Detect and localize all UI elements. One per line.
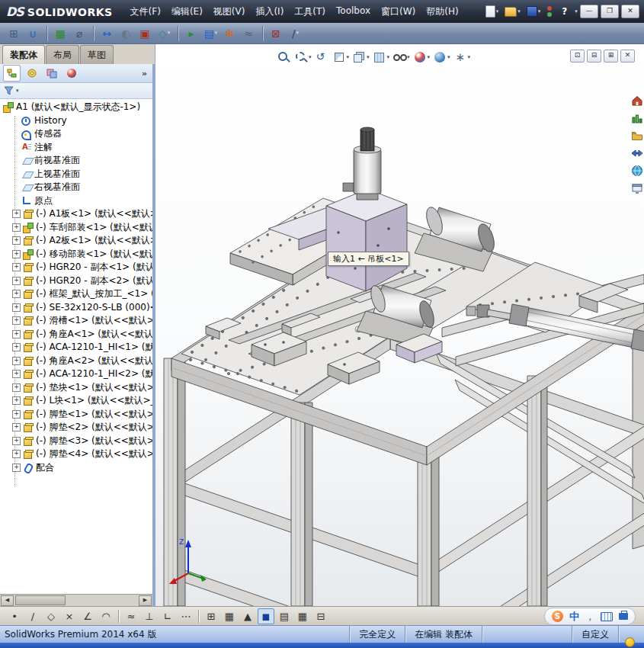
isometric-display[interactable]: ▲ bbox=[239, 608, 256, 624]
sketch-arc[interactable]: ◠ bbox=[98, 608, 114, 624]
expander-icon[interactable]: + bbox=[12, 410, 21, 419]
move-component[interactable]: ↔ bbox=[98, 24, 116, 42]
wireframe-display[interactable]: ▦ bbox=[221, 608, 238, 624]
tree-item[interactable]: 上视基准面 bbox=[0, 168, 152, 181]
tree-item[interactable]: + (-) HGR20 - 副本<1> (默认<<默认>_显示 bbox=[0, 261, 152, 274]
sketch-trim[interactable]: × bbox=[61, 608, 78, 624]
tree-item[interactable]: + (-) A1板<1> (默认<<默认>_显示状态 1>) bbox=[0, 207, 152, 221]
view-orientation[interactable]: ▾ bbox=[351, 50, 370, 65]
exploded-view[interactable]: ✻ bbox=[221, 24, 239, 42]
commandmanager-tab[interactable]: 装配体 bbox=[2, 45, 45, 64]
maximize-button[interactable]: ❐ bbox=[601, 5, 619, 18]
sketch-rectangle[interactable]: ◇ bbox=[43, 608, 59, 624]
table-display[interactable]: ▦ bbox=[294, 608, 311, 624]
snap-options[interactable]: ⋯ bbox=[178, 608, 194, 624]
tree-item[interactable]: + (-) 脚垫<4> (默认<<默认>_显示状态 1>) bbox=[0, 448, 152, 461]
commandmanager-tab[interactable]: 草图 bbox=[80, 45, 114, 64]
scroll-left-button[interactable]: ◀ bbox=[1, 595, 14, 606]
expander-icon[interactable]: + bbox=[12, 343, 21, 351]
tab-propertymanager[interactable] bbox=[23, 65, 40, 82]
ime-language-mode[interactable]: 中 bbox=[569, 611, 579, 621]
sketch-angle[interactable]: ∠ bbox=[79, 608, 96, 624]
tree-item[interactable]: History bbox=[0, 114, 152, 128]
filter-funnel-icon[interactable] bbox=[4, 86, 14, 95]
expander-icon[interactable]: + bbox=[12, 370, 21, 378]
menu-item[interactable]: 视图(V) bbox=[208, 2, 251, 21]
tree-item[interactable]: + (-) 框架_默认_按加工_<1> (默认<<默认 bbox=[0, 287, 152, 301]
expander-icon[interactable]: + bbox=[12, 316, 21, 325]
scroll-right-button[interactable]: ▶ bbox=[139, 595, 152, 606]
tree-item[interactable]: + (-) 滑槽<1> (默认<<默认>_显示状态 1>) bbox=[0, 314, 152, 328]
expander-icon[interactable]: + bbox=[12, 223, 21, 232]
section-display[interactable]: ▤ bbox=[276, 608, 293, 624]
tree-item[interactable]: + (-) L块<1> (默认<<默认>_显示状态 1>) bbox=[0, 394, 152, 408]
sketch-line[interactable]: / bbox=[24, 608, 41, 624]
menu-item[interactable]: 文件(F) bbox=[125, 2, 166, 21]
expander-icon[interactable]: + bbox=[12, 383, 21, 392]
expander-icon[interactable]: + bbox=[12, 210, 21, 218]
minimize-button[interactable]: — bbox=[580, 5, 598, 18]
tree-item[interactable]: + (-) SE-32x120-S-LB (000)<1> (默认) bbox=[0, 301, 152, 315]
smart-fasteners[interactable]: ⌀ bbox=[71, 24, 88, 42]
view-settings[interactable]: ▾ bbox=[453, 50, 472, 65]
save-button[interactable]: ▾ bbox=[525, 5, 543, 18]
graphics-viewport[interactable]: ▾ ▾ ▾ ▾ bbox=[155, 44, 644, 606]
menu-item[interactable]: 编辑(E) bbox=[166, 2, 208, 21]
expander-icon[interactable]: + bbox=[12, 263, 21, 271]
sketch[interactable]: / ▾ bbox=[287, 24, 304, 42]
tab-configurationmanager[interactable] bbox=[43, 65, 60, 82]
zoom-to-area[interactable]: ▾ bbox=[293, 50, 312, 65]
expander-icon[interactable]: + bbox=[12, 250, 21, 258]
sogou-logo-icon[interactable]: S bbox=[552, 611, 563, 622]
tree-item[interactable]: + (-) 车刮部装<1> (默认<默认_显示状态-1>) bbox=[0, 221, 152, 235]
open-button[interactable]: ▾ bbox=[503, 6, 522, 18]
sketch-point[interactable]: • bbox=[6, 608, 23, 624]
tree-item[interactable]: 前视基准面 bbox=[0, 154, 152, 168]
expander-icon[interactable]: + bbox=[12, 236, 21, 245]
viewport-close[interactable]: ✕ bbox=[620, 50, 635, 63]
tree-item[interactable]: 原点 bbox=[0, 194, 152, 208]
hide-show-items[interactable]: ▾ bbox=[392, 50, 411, 65]
filter-chevron-icon[interactable]: ▾ bbox=[16, 88, 19, 94]
new-motion-study[interactable]: ▸ bbox=[183, 24, 200, 42]
add-relation[interactable]: ⊥ bbox=[141, 608, 158, 624]
expander-icon[interactable]: + bbox=[12, 290, 21, 298]
tree-item[interactable]: 传感器 bbox=[0, 127, 152, 141]
tree-item[interactable]: + (-) 垫块<1> (默认<<默认>_显示状态 1>) bbox=[0, 381, 152, 395]
design-library-icon[interactable] bbox=[631, 112, 643, 124]
custom-properties-icon[interactable] bbox=[631, 182, 643, 194]
shaded-display[interactable]: ◼ bbox=[258, 608, 274, 624]
tree-item[interactable]: + (-) 脚垫<1> (默认<<默认>_显示状态 1>) bbox=[0, 408, 152, 422]
viewport-four-view[interactable]: ⊞ bbox=[604, 50, 618, 63]
commandmanager-tab[interactable]: 布局 bbox=[46, 45, 79, 64]
menu-item[interactable]: 工具(T) bbox=[289, 2, 331, 21]
zoom-to-fit[interactable] bbox=[276, 50, 292, 65]
tree-item[interactable]: + (-) A2板<1> (默认<<默认>_显示状态 1>) bbox=[0, 234, 152, 248]
appearances-globe-icon[interactable] bbox=[631, 165, 643, 177]
help-button[interactable]: ? bbox=[557, 6, 572, 17]
close-button[interactable]: ✕ bbox=[621, 5, 639, 18]
hide-grid[interactable]: ⊟ bbox=[312, 608, 329, 624]
ime-punctuation-mode[interactable]: ， bbox=[585, 612, 594, 621]
assembly-features[interactable]: ▣ bbox=[136, 24, 154, 42]
scroll-thumb[interactable] bbox=[15, 595, 66, 605]
menu-item[interactable]: 帮助(H) bbox=[421, 2, 463, 21]
tree-item[interactable]: + (-) 脚垫<3> (默认<<默认>_显示状态 1>) bbox=[0, 435, 152, 448]
grid-system[interactable]: ⊞ bbox=[203, 608, 219, 624]
tab-featuremanager[interactable] bbox=[3, 65, 21, 82]
expander-icon[interactable]: + bbox=[12, 303, 21, 312]
soft-keyboard-icon[interactable] bbox=[601, 612, 613, 621]
viewport-single-view[interactable]: ⊡ bbox=[570, 50, 585, 63]
linear-component-pattern[interactable]: ▦ bbox=[52, 24, 69, 42]
tree-item[interactable]: 右视基准面 bbox=[0, 181, 152, 194]
expander-icon[interactable]: + bbox=[12, 437, 21, 445]
tree-item[interactable]: 注解 bbox=[0, 141, 152, 155]
view-palette-icon[interactable] bbox=[631, 147, 643, 159]
ime-toolbox-icon[interactable] bbox=[619, 613, 628, 620]
expander-icon[interactable]: + bbox=[12, 450, 21, 458]
menu-item[interactable]: 窗口(W) bbox=[376, 2, 421, 21]
tree-item[interactable]: + (-) HGR20 - 副本<2> (默认<<默认>_显示 bbox=[0, 274, 152, 288]
expander-icon[interactable]: + bbox=[12, 423, 21, 431]
expander-icon[interactable]: + bbox=[12, 330, 21, 338]
expander-icon[interactable]: + bbox=[12, 277, 21, 285]
